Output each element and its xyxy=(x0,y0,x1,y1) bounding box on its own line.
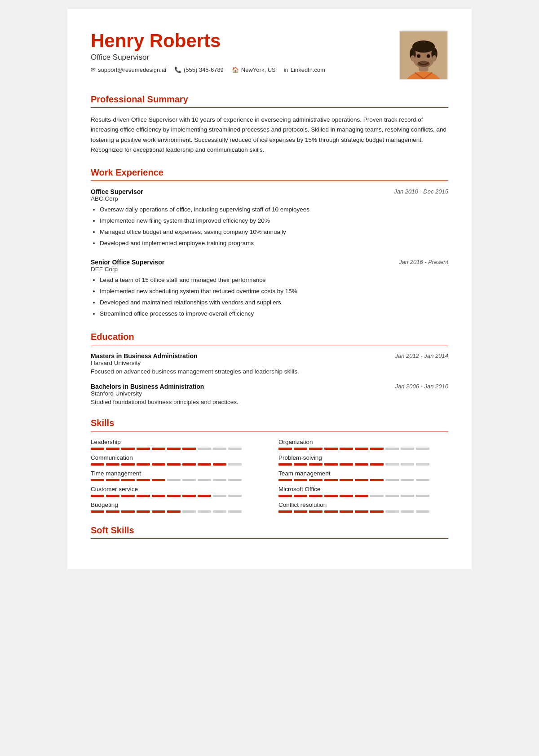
skill-segment xyxy=(385,448,399,450)
skill-segment xyxy=(167,510,181,513)
skill-segment xyxy=(370,479,384,481)
skill-segment xyxy=(355,448,368,450)
skill-segment xyxy=(370,463,384,466)
contact-linkedin: in LinkedIn.com xyxy=(284,66,325,73)
skill-segment xyxy=(121,448,135,450)
skill-segment xyxy=(370,448,384,450)
skill-segment xyxy=(355,510,368,513)
skill-segment xyxy=(198,448,211,450)
skill-segment xyxy=(294,448,307,450)
skill-bar xyxy=(91,479,261,481)
skills-grid: Leadership Organization Communication Pr… xyxy=(91,439,448,513)
skill-bar xyxy=(91,495,261,497)
skill-segment xyxy=(416,448,429,450)
skill-segment xyxy=(91,479,104,481)
jobs-list: Office Supervisor Jan 2010 - Dec 2015 AB… xyxy=(91,188,448,319)
education-entry: Bachelors in Business Administration Jan… xyxy=(91,383,448,405)
svg-point-10 xyxy=(427,54,430,58)
skill-segment xyxy=(121,479,135,481)
skill-segment xyxy=(228,463,242,466)
job-bullet: Developed and maintained relationships w… xyxy=(100,298,448,308)
contact-email: ✉ support@resumedesign.ai xyxy=(91,66,166,73)
skill-segment xyxy=(416,495,429,497)
skill-segment xyxy=(385,479,399,481)
skill-segment xyxy=(309,463,323,466)
skill-segment xyxy=(385,495,399,497)
job-entry: Office Supervisor Jan 2010 - Dec 2015 AB… xyxy=(91,188,448,249)
skill-name: Organization xyxy=(278,439,448,445)
skill-segment xyxy=(340,479,353,481)
skill-segment xyxy=(167,479,181,481)
skill-segment xyxy=(91,448,104,450)
soft-skills-title: Soft Skills xyxy=(91,525,448,536)
experience-divider xyxy=(91,180,448,181)
skill-segment xyxy=(309,495,323,497)
edu-desc: Studied foundational business principles… xyxy=(91,399,448,405)
skill-segment xyxy=(340,510,353,513)
skill-segment xyxy=(198,463,211,466)
skill-segment xyxy=(340,448,353,450)
skill-segment xyxy=(416,510,429,513)
summary-title: Professional Summary xyxy=(91,94,448,105)
skill-segment xyxy=(416,463,429,466)
skill-segment xyxy=(152,448,165,450)
phone-icon: 📞 xyxy=(174,66,181,73)
edu-degree: Bachelors in Business Administration xyxy=(91,383,204,390)
skill-segment xyxy=(294,463,307,466)
skill-segment xyxy=(355,463,368,466)
skill-item: Microsoft Office xyxy=(278,486,448,497)
svg-point-11 xyxy=(418,61,430,67)
contact-location: 🏠 NewYork, US xyxy=(232,66,276,73)
summary-text: Results-driven Office Supervisor with 10… xyxy=(91,115,448,155)
skill-segment xyxy=(228,495,242,497)
skill-segment xyxy=(228,479,242,481)
skill-segment xyxy=(121,495,135,497)
skill-segment xyxy=(416,479,429,481)
skill-segment xyxy=(167,448,181,450)
skill-segment xyxy=(324,463,338,466)
skill-segment xyxy=(355,495,368,497)
skill-name: Budgeting xyxy=(91,501,261,508)
skill-item: Conflict resolution xyxy=(278,501,448,513)
job-bullet: Implemented new scheduling system that r… xyxy=(100,286,448,297)
job-dates: Jan 2010 - Dec 2015 xyxy=(394,188,448,195)
skill-segment xyxy=(370,510,384,513)
skill-item: Time management xyxy=(91,470,261,481)
skill-segment xyxy=(91,510,104,513)
skill-segment xyxy=(370,495,384,497)
skill-segment xyxy=(278,510,292,513)
skill-segment xyxy=(182,463,196,466)
skill-segment xyxy=(324,495,338,497)
skill-segment xyxy=(106,479,119,481)
skill-segment xyxy=(182,495,196,497)
edu-header: Masters in Business Administration Jan 2… xyxy=(91,352,448,360)
skill-name: Problem-solving xyxy=(278,454,448,461)
job-bullets: Lead a team of 15 office staff and manag… xyxy=(91,275,448,319)
edu-dates: Jan 2012 - Jan 2014 xyxy=(395,352,448,359)
contact-phone: 📞 (555) 345-6789 xyxy=(174,66,224,73)
skill-segment xyxy=(401,479,414,481)
skill-bar xyxy=(278,510,448,513)
edu-desc: Focused on advanced business management … xyxy=(91,368,448,375)
skill-item: Customer service xyxy=(91,486,261,497)
skill-segment xyxy=(198,479,211,481)
skill-segment xyxy=(167,495,181,497)
skill-segment xyxy=(228,510,242,513)
linkedin-icon: in xyxy=(284,66,288,73)
svg-point-7 xyxy=(411,55,415,61)
skill-segment xyxy=(137,448,150,450)
edu-school: Stanford University xyxy=(91,390,448,397)
education-list: Masters in Business Administration Jan 2… xyxy=(91,352,448,405)
skill-segment xyxy=(198,510,211,513)
skill-segment xyxy=(401,495,414,497)
skill-segment xyxy=(278,448,292,450)
skill-segment xyxy=(309,448,323,450)
skill-bar xyxy=(91,510,261,513)
skill-segment xyxy=(137,510,150,513)
skill-name: Customer service xyxy=(91,486,261,492)
skill-segment xyxy=(278,479,292,481)
skill-segment xyxy=(91,495,104,497)
candidate-photo xyxy=(399,31,448,80)
contact-info: ✉ support@resumedesign.ai 📞 (555) 345-67… xyxy=(91,66,385,73)
skill-segment xyxy=(385,510,399,513)
